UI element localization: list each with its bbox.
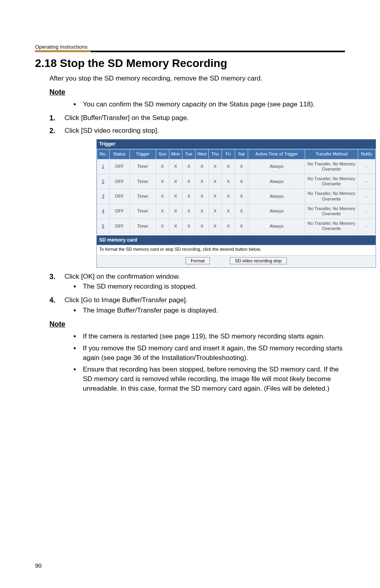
- th-sun: Sun: [156, 149, 169, 159]
- th-notify: Notify: [358, 149, 375, 159]
- day-cell: X: [235, 219, 248, 234]
- th-status: Status: [109, 149, 129, 159]
- step-4-sub-item: The Image Buffer/Transfer page is displa…: [80, 306, 345, 315]
- step-3-sub: The SD memory recording is stopped.: [65, 282, 345, 291]
- day-cell: X: [169, 219, 182, 234]
- sdcard-caption: To format the SD memory card or stop SD …: [97, 245, 376, 255]
- table-row: 3OFFTimerXXXXXXXAlwaysNo Transfer, No Me…: [97, 189, 376, 204]
- table-row: 2OFFTimerXXXXXXXAlwaysNo Transfer, No Me…: [97, 174, 376, 189]
- step-3: Click [OK] on the confirmation window. T…: [49, 272, 345, 292]
- note-heading: Note: [49, 87, 345, 97]
- active-cell: Always: [248, 204, 305, 218]
- day-cell: X: [156, 159, 169, 174]
- step-3-text: Click [OK] on the confirmation window.: [65, 273, 180, 280]
- day-cell: X: [222, 174, 235, 189]
- th-sat: Sat: [235, 149, 248, 159]
- table-row: 4OFFTimerXXXXXXXAlwaysNo Transfer, No Me…: [97, 204, 376, 218]
- method-cell: No Transfer, No Memory Overwrite: [305, 219, 358, 234]
- trigger-cell: Timer: [129, 159, 156, 174]
- day-cell: X: [182, 189, 195, 204]
- steps-list: Click [Buffer/Transfer] on the Setup pag…: [49, 113, 345, 315]
- active-cell: Always: [248, 219, 305, 234]
- day-cell: X: [208, 174, 221, 189]
- day-cell: X: [156, 189, 169, 204]
- note2-item: Ensure that recording has been stopped, …: [80, 365, 345, 393]
- day-cell: X: [182, 174, 195, 189]
- day-cell: X: [222, 189, 235, 204]
- note-heading-2: Note: [49, 319, 345, 329]
- th-mon: Mon: [169, 149, 182, 159]
- step-4: Click [Go to Image Buffer/Transfer page]…: [49, 295, 345, 315]
- status-cell: OFF: [109, 189, 129, 204]
- day-cell: X: [195, 189, 208, 204]
- day-cell: X: [169, 174, 182, 189]
- th-fri: Fri: [222, 149, 235, 159]
- step-2-text: Click [SD video recording stop].: [65, 127, 159, 134]
- method-cell: No Transfer, No Memory Overwrite: [305, 159, 358, 174]
- note2-item: If the camera is restarted (see page 119…: [80, 332, 345, 341]
- section-title: 2.18 Stop the SD Memory Recording: [35, 57, 345, 70]
- day-cell: X: [195, 219, 208, 234]
- step-2: Click [SD video recording stop]. Trigger: [49, 126, 345, 268]
- trigger-no-link[interactable]: 4: [97, 204, 110, 218]
- note2-list: If the camera is restarted (see page 119…: [49, 332, 345, 393]
- day-cell: X: [222, 204, 235, 218]
- day-cell: X: [208, 189, 221, 204]
- active-cell: Always: [248, 189, 305, 204]
- notify-cell: -: [358, 219, 375, 234]
- day-cell: X: [208, 159, 221, 174]
- day-cell: X: [235, 204, 248, 218]
- trigger-cell: Timer: [129, 219, 156, 234]
- page-number: 90: [35, 562, 42, 569]
- method-cell: No Transfer, No Memory Overwrite: [305, 189, 358, 204]
- running-header: Operating Instructions: [35, 44, 345, 50]
- day-cell: X: [195, 174, 208, 189]
- trigger-no-link[interactable]: 1: [97, 159, 110, 174]
- table-row: 5OFFTimerXXXXXXXAlwaysNo Transfer, No Me…: [97, 219, 376, 234]
- sd-stop-button[interactable]: SD video recording stop: [230, 257, 287, 264]
- step-4-sub: The Image Buffer/Transfer page is displa…: [65, 306, 345, 315]
- format-button[interactable]: Format: [186, 257, 210, 264]
- step-4-text: Click [Go to Image Buffer/Transfer page]…: [65, 296, 188, 304]
- trigger-table: No. Status Trigger Sun Mon Tue Wed Thu F…: [97, 149, 376, 234]
- method-cell: No Transfer, No Memory Overwrite: [305, 174, 358, 189]
- th-trigger: Trigger: [129, 149, 156, 159]
- trigger-no-link[interactable]: 2: [97, 174, 110, 189]
- day-cell: X: [235, 189, 248, 204]
- day-cell: X: [182, 219, 195, 234]
- panel-title-trigger: Trigger: [97, 140, 376, 149]
- table-row: 1OFFTimerXXXXXXXAlwaysNo Transfer, No Me…: [97, 159, 376, 174]
- day-cell: X: [235, 159, 248, 174]
- day-cell: X: [208, 204, 221, 218]
- status-cell: OFF: [109, 159, 129, 174]
- trigger-cell: Timer: [129, 204, 156, 218]
- day-cell: X: [156, 219, 169, 234]
- th-thu: Thu: [208, 149, 221, 159]
- day-cell: X: [195, 159, 208, 174]
- note1-item: You can confirm the SD memory capacity o…: [80, 100, 345, 109]
- trigger-cell: Timer: [129, 174, 156, 189]
- status-cell: OFF: [109, 204, 129, 218]
- th-active: Active Time of Trigger: [248, 149, 305, 159]
- day-cell: X: [156, 174, 169, 189]
- day-cell: X: [222, 219, 235, 234]
- note2-item: If you remove the SD memory card and ins…: [80, 344, 345, 363]
- day-cell: X: [169, 189, 182, 204]
- intro-text: After you stop the SD memory recording, …: [49, 74, 345, 83]
- trigger-cell: Timer: [129, 189, 156, 204]
- day-cell: X: [208, 219, 221, 234]
- panel-title-sdcard: SD memory card: [97, 236, 376, 245]
- trigger-table-header-row: No. Status Trigger Sun Mon Tue Wed Thu F…: [97, 149, 376, 159]
- notify-cell: -: [358, 159, 375, 174]
- notify-cell: -: [358, 204, 375, 218]
- day-cell: X: [169, 159, 182, 174]
- th-tue: Tue: [182, 149, 195, 159]
- th-wed: Wed: [195, 149, 208, 159]
- accent-rule: [35, 51, 345, 52]
- trigger-no-link[interactable]: 3: [97, 189, 110, 204]
- trigger-screenshot: Trigger No. Status T: [96, 139, 345, 267]
- day-cell: X: [222, 159, 235, 174]
- step-1: Click [Buffer/Transfer] on the Setup pag…: [49, 113, 345, 123]
- trigger-no-link[interactable]: 5: [97, 219, 110, 234]
- active-cell: Always: [248, 159, 305, 174]
